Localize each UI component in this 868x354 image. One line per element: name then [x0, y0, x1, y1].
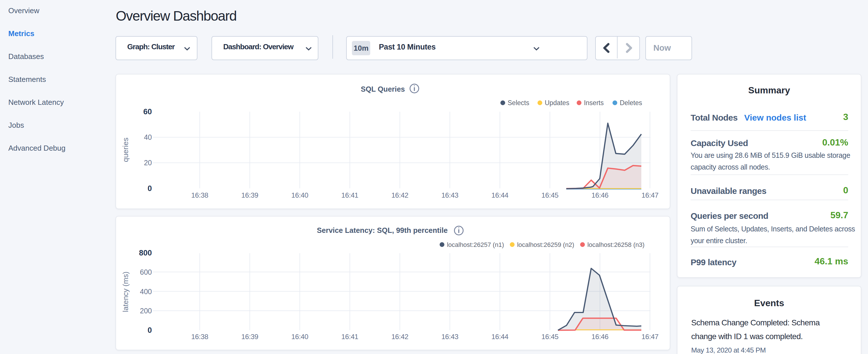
- svg-text:16:39: 16:39: [241, 191, 258, 199]
- svg-text:0: 0: [148, 326, 152, 334]
- svg-text:16:42: 16:42: [392, 333, 408, 341]
- svg-text:0: 0: [148, 184, 152, 193]
- svg-text:20: 20: [144, 159, 152, 167]
- svg-text:16:42: 16:42: [392, 191, 408, 199]
- svg-text:16:43: 16:43: [441, 333, 458, 341]
- svg-text:16:44: 16:44: [492, 333, 508, 341]
- svg-text:Inserts: Inserts: [584, 99, 604, 106]
- svg-text:16:41: 16:41: [341, 191, 358, 199]
- svg-text:16:43: 16:43: [441, 191, 458, 199]
- svg-text:16:38: 16:38: [191, 191, 208, 199]
- svg-text:latency (ms): latency (ms): [121, 271, 130, 312]
- svg-text:Selects: Selects: [508, 99, 529, 106]
- svg-text:16:46: 16:46: [591, 333, 608, 341]
- svg-text:queries: queries: [121, 137, 130, 162]
- svg-text:16:46: 16:46: [591, 191, 608, 199]
- svg-text:16:44: 16:44: [492, 191, 508, 199]
- svg-text:16:40: 16:40: [291, 191, 308, 199]
- svg-text:16:47: 16:47: [641, 191, 658, 199]
- svg-text:localhost:26259 (n2): localhost:26259 (n2): [517, 241, 574, 248]
- svg-text:16:41: 16:41: [341, 333, 358, 341]
- svg-text:400: 400: [140, 288, 152, 296]
- svg-text:localhost:26258 (n3): localhost:26258 (n3): [587, 241, 645, 248]
- svg-text:60: 60: [143, 107, 152, 116]
- svg-text:16:45: 16:45: [541, 333, 558, 341]
- svg-text:40: 40: [144, 133, 152, 141]
- svg-text:800: 800: [139, 249, 152, 257]
- svg-text:Service Latency: SQL, 99th per: Service Latency: SQL, 99th percentile: [317, 226, 447, 234]
- svg-text:Updates: Updates: [545, 99, 569, 106]
- svg-text:600: 600: [140, 268, 152, 276]
- svg-text:16:38: 16:38: [191, 333, 208, 341]
- svg-text:16:40: 16:40: [291, 333, 308, 341]
- svg-text:200: 200: [140, 307, 152, 315]
- svg-text:localhost:26257 (n1): localhost:26257 (n1): [447, 241, 504, 248]
- svg-text:16:39: 16:39: [241, 333, 258, 341]
- svg-text:16:45: 16:45: [541, 191, 558, 199]
- svg-text:SQL Queries: SQL Queries: [361, 85, 405, 93]
- svg-text:16:47: 16:47: [641, 333, 658, 341]
- svg-text:Deletes: Deletes: [620, 99, 642, 106]
